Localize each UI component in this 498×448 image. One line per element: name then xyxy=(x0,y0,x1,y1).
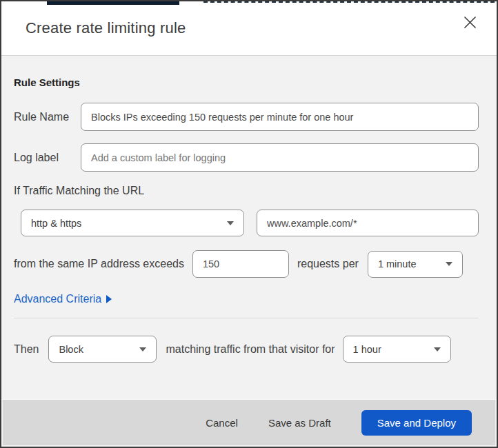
section-divider xyxy=(14,318,479,318)
close-icon xyxy=(464,16,477,32)
action-middle-text: matching traffic from that visitor for xyxy=(166,343,335,356)
dialog-title: Create rate limiting rule xyxy=(26,19,459,37)
scheme-url-row: http & https xyxy=(14,210,479,236)
save-and-deploy-button[interactable]: Save and Deploy xyxy=(361,410,472,436)
threshold-prefix-text: from the same IP address exceeds xyxy=(14,258,184,270)
threshold-input[interactable] xyxy=(192,250,289,278)
action-select[interactable]: Block xyxy=(48,336,157,363)
chevron-down-icon xyxy=(227,221,234,225)
threshold-row: from the same IP address exceeds request… xyxy=(14,250,479,278)
scheme-select-value: http & https xyxy=(31,218,220,229)
action-select-value: Block xyxy=(59,344,132,355)
chevron-down-icon xyxy=(446,262,452,266)
close-button[interactable] xyxy=(459,13,480,34)
period-select[interactable]: 1 minute xyxy=(368,251,463,278)
rule-settings-heading: Rule Settings xyxy=(14,77,479,88)
log-label-row: Log label xyxy=(14,143,479,172)
url-pattern-input[interactable] xyxy=(257,210,479,236)
rule-name-input[interactable] xyxy=(81,103,479,131)
then-label: Then xyxy=(14,343,39,356)
advanced-criteria-link[interactable]: Advanced Criteria xyxy=(14,293,112,305)
period-select-value: 1 minute xyxy=(378,258,439,269)
save-as-draft-button[interactable]: Save as Draft xyxy=(268,417,331,429)
chevron-right-icon xyxy=(106,295,112,303)
threshold-suffix-text: requests per xyxy=(297,258,359,270)
chevron-down-icon xyxy=(434,347,441,352)
rule-name-label: Rule Name xyxy=(14,111,81,123)
duration-select-value: 1 hour xyxy=(353,344,427,355)
log-label-label: Log label xyxy=(14,152,81,164)
dialog-footer: Cancel Save as Draft Save and Deploy xyxy=(3,399,495,445)
if-traffic-matching-text: If Traffic Matching the URL xyxy=(14,185,479,197)
dialog-body: Rule Settings Rule Name Log label If Tra… xyxy=(1,56,497,400)
create-rate-limiting-rule-dialog: Create rate limiting rule Rule Settings … xyxy=(0,0,498,448)
log-label-input[interactable] xyxy=(81,143,479,172)
top-edge-artifact-solid xyxy=(47,1,179,5)
dialog-header: Create rate limiting rule xyxy=(1,1,497,56)
top-edge-artifact-dashed xyxy=(203,1,495,3)
cancel-button[interactable]: Cancel xyxy=(206,417,238,429)
scheme-select[interactable]: http & https xyxy=(21,210,244,236)
duration-select[interactable]: 1 hour xyxy=(343,336,451,363)
action-row: Then Block matching traffic from that vi… xyxy=(14,336,479,363)
chevron-down-icon xyxy=(139,347,146,352)
rule-name-row: Rule Name xyxy=(14,103,479,131)
advanced-criteria-label: Advanced Criteria xyxy=(14,293,101,305)
